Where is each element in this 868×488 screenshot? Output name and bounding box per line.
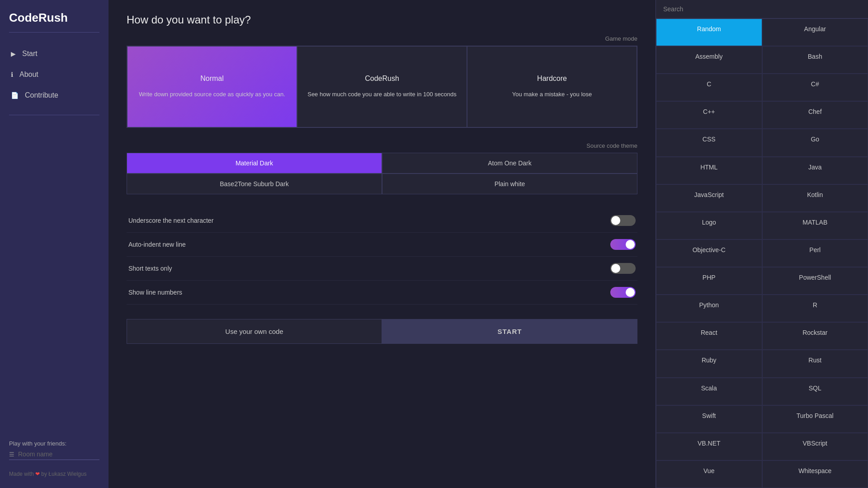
lang-btn-sql[interactable]: SQL [762,378,868,405]
toggle-switch-line-numbers[interactable] [610,287,636,298]
friends-label: Play with your friends: [9,440,99,447]
lang-btn-rockstar[interactable]: Rockstar [762,322,868,350]
theme-btn-base2tone[interactable]: Base2Tone Suburb Dark [127,174,382,194]
lang-btn-random[interactable]: Random [656,19,762,46]
theme-label: Source code theme [127,142,637,149]
main-content: How do you want to play? Game mode Norma… [108,0,656,488]
language-grid: RandomAngularAssemblyBashCC#C++ChefCSSGo… [656,19,868,488]
toggle-switch-auto-indent[interactable] [610,239,636,250]
footer-text: Made with ❤ by Łukasz Wielgus [9,471,99,477]
lang-btn-swift[interactable]: Swift [656,405,762,433]
game-mode-label: Game mode [127,35,637,42]
lang-btn-css[interactable]: CSS [656,129,762,156]
lang-btn-java[interactable]: Java [762,157,868,184]
lang-btn-vbnet[interactable]: VB.NET [656,433,762,460]
sidebar-item-contribute-label: Contribute [25,91,58,99]
toggle-knob-auto-indent [626,240,635,249]
lang-btn-powershell[interactable]: PowerShell [762,267,868,295]
info-icon: ℹ [11,71,13,78]
lang-btn-scala[interactable]: Scala [656,378,762,405]
toggle-label-short-texts: Short texts only [128,265,172,272]
lang-btn-react[interactable]: React [656,322,762,350]
sidebar-item-start-label: Start [22,50,38,58]
lang-btn-assembly[interactable]: Assembly [656,46,762,74]
app-title: CodeRush [9,11,99,25]
lang-btn-rust[interactable]: Rust [762,350,868,377]
game-mode-title-normal: Normal [200,75,224,83]
toggle-row-underscore: Underscore the next character [127,209,637,233]
lang-btn-objective-c[interactable]: Objective-C [656,239,762,267]
sidebar: CodeRush ▶ Start ℹ About 📄 Contribute Pl… [0,0,108,488]
toggle-rows: Underscore the next character Auto-inden… [127,209,637,305]
lang-btn-vbscript[interactable]: VBScript [762,433,868,460]
toggle-row-line-numbers: Show line numbers [127,281,637,305]
search-input[interactable] [663,5,861,13]
lang-btn-kotlin[interactable]: Kotlin [762,184,868,212]
lang-btn-angular[interactable]: Angular [762,19,868,46]
game-mode-card-hardcore[interactable]: Hardcore You make a mistake - you lose [467,46,637,127]
search-bar [656,0,868,19]
game-mode-card-normal[interactable]: Normal Write down provided source code a… [127,46,297,127]
lang-btn-ruby[interactable]: Ruby [656,350,762,377]
game-mode-title-coderush: CodeRush [365,75,399,83]
lang-btn-chef[interactable]: Chef [762,101,868,129]
game-mode-title-hardcore: Hardcore [537,75,567,83]
lang-btn-whitespace[interactable]: Whitespace [762,460,868,488]
sidebar-divider [9,32,99,33]
lang-btn-javascript[interactable]: JavaScript [656,184,762,212]
toggle-switch-underscore[interactable] [610,215,636,226]
lang-btn-c[interactable]: C [656,74,762,101]
game-mode-grid: Normal Write down provided source code a… [127,46,637,128]
game-mode-desc-normal: Write down provided source code as quick… [139,90,285,99]
lang-btn-matlab[interactable]: MATLAB [762,212,868,239]
theme-btn-plain-white[interactable]: Plain white [382,174,637,194]
toggle-knob-line-numbers [626,288,635,297]
toggle-label-auto-indent: Auto-indent new line [128,241,186,248]
theme-btn-material-dark[interactable]: Material Dark [127,153,382,174]
right-panel: RandomAngularAssemblyBashCC#C++ChefCSSGo… [656,0,868,488]
lang-btn-go[interactable]: Go [762,129,868,156]
bottom-bar: Use your own code START [127,319,637,344]
game-mode-card-coderush[interactable]: CodeRush See how much code you are able … [297,46,467,127]
sidebar-item-about-label: About [19,70,38,79]
use-own-code-button[interactable]: Use your own code [127,319,382,344]
sidebar-item-start[interactable]: ▶ Start [9,45,99,62]
theme-btn-atom-one-dark[interactable]: Atom One Dark [382,153,637,174]
play-icon: ▶ [11,50,16,57]
start-button[interactable]: START [382,319,637,344]
lang-btn-python[interactable]: Python [656,295,762,322]
room-input[interactable] [18,450,99,458]
lang-btn-html[interactable]: HTML [656,157,762,184]
lang-btn-php[interactable]: PHP [656,267,762,295]
toggle-knob-underscore [611,216,620,225]
doc-icon: 📄 [11,92,19,99]
toggle-knob-short-texts [611,264,620,273]
game-mode-desc-coderush: See how much code you are able to write … [307,90,457,99]
theme-grid: Material DarkAtom One DarkBase2Tone Subu… [127,153,637,194]
lang-btn-csharp[interactable]: C# [762,74,868,101]
lang-btn-logo[interactable]: Logo [656,212,762,239]
lang-btn-cpp[interactable]: C++ [656,101,762,129]
room-icon: ☰ [9,451,14,458]
sidebar-item-about[interactable]: ℹ About [9,66,99,83]
heart-icon: ❤ [35,471,40,477]
lang-btn-vue[interactable]: Vue [656,460,762,488]
toggle-label-underscore: Underscore the next character [128,217,213,224]
lang-btn-perl[interactable]: Perl [762,239,868,267]
lang-btn-turbo-pascal[interactable]: Turbo Pascal [762,405,868,433]
game-mode-desc-hardcore: You make a mistake - you lose [512,90,592,99]
sidebar-item-contribute[interactable]: 📄 Contribute [9,87,99,104]
sidebar-divider-2 [9,115,99,115]
toggle-label-line-numbers: Show line numbers [128,289,182,296]
room-input-wrap: ☰ [9,450,99,460]
toggle-row-short-texts: Short texts only [127,257,637,281]
toggle-row-auto-indent: Auto-indent new line [127,233,637,257]
lang-btn-r[interactable]: R [762,295,868,322]
toggle-switch-short-texts[interactable] [610,263,636,274]
page-title: How do you want to play? [127,14,637,26]
lang-btn-bash[interactable]: Bash [762,46,868,74]
